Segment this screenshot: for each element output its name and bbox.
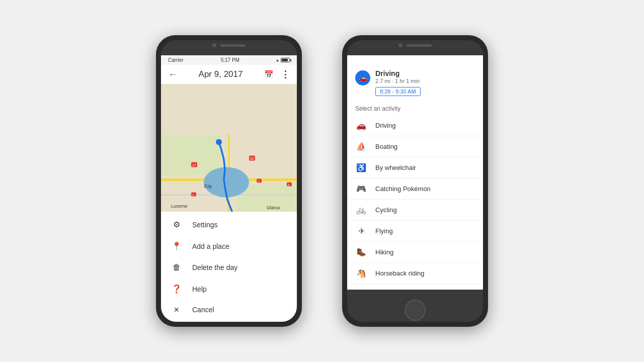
date-title: Apr 9, 2017 — [199, 69, 243, 79]
horseback-activity-label: Horseback riding — [375, 269, 425, 277]
svg-text:53: 53 — [250, 157, 254, 160]
speaker-1 — [220, 44, 246, 47]
add-place-item[interactable]: 📍 Add a place — [161, 235, 297, 257]
pokemon-activity-label: Catching Pokémon — [375, 185, 431, 193]
flying-activity-label: Flying — [375, 227, 393, 235]
screen-2: 🚗 Driving 2.7 mi · 1 hr 1 min 8:28 - 9:3… — [347, 55, 483, 290]
add-place-label: Add a place — [192, 242, 229, 250]
phone-top-bar-2 — [398, 43, 432, 47]
help-item[interactable]: ❓ Help — [161, 278, 297, 290]
settings-icon: ⚙ — [171, 220, 182, 229]
cycling-activity-icon: 🚲 — [355, 205, 367, 215]
battery-icon-1 — [281, 58, 290, 62]
pokemon-activity-icon: 🎮 — [355, 184, 367, 194]
wheelchair-activity-label: By wheelchair — [375, 164, 416, 171]
driving-icon-circle: 🚗 — [355, 70, 370, 85]
phone-1: Carrier 5:17 PM ▸ ← Apr 9, 2017 📅 — [156, 35, 302, 327]
boating-activity[interactable]: ⛵ Boating — [347, 136, 483, 157]
driving-activity[interactable]: 🚗 Driving — [347, 115, 483, 136]
header-icons-1: 📅 ⋮ — [264, 69, 290, 80]
hiking-activity-label: Hiking — [375, 248, 393, 256]
time-label: 5:17 PM — [221, 57, 239, 63]
time-badge[interactable]: 8:28 - 9:30 AM — [375, 87, 421, 96]
svg-text:Zug: Zug — [204, 184, 212, 189]
activity-list: 🚗 Driving ⛵ Boating ♿ By wheelchair 🎮 Ca… — [347, 115, 483, 290]
pokemon-activity[interactable]: 🎮 Catching Pokémon — [347, 178, 483, 200]
flying-activity-icon: ✈ — [355, 226, 367, 236]
status-bar-2 — [347, 55, 483, 62]
speaker-2 — [407, 44, 432, 47]
svg-point-12 — [216, 139, 222, 145]
hiking-activity[interactable]: 🥾 Hiking — [347, 242, 483, 263]
help-label: Help — [192, 285, 207, 290]
horseback-activity[interactable]: 🐴 Horseback riding — [347, 263, 483, 284]
camera-dot-2 — [398, 43, 403, 47]
driving-car-icon: 🚗 — [359, 74, 367, 82]
delete-icon: 🗑 — [171, 263, 182, 272]
wheelchair-activity[interactable]: ♿ By wheelchair — [347, 157, 483, 178]
boating-activity-icon: ⛵ — [355, 142, 367, 151]
settings-item[interactable]: ⚙ Settings — [161, 214, 297, 235]
horseback-activity-icon: 🐴 — [355, 268, 367, 278]
activity-distance: 2.7 mi · 1 hr 1 min — [375, 78, 421, 84]
phone-2: 🚗 Driving 2.7 mi · 1 hr 1 min 8:28 - 9:3… — [342, 35, 488, 327]
cycling-activity[interactable]: 🚲 Cycling — [347, 200, 483, 221]
svg-text:Lucerne: Lucerne — [171, 204, 188, 209]
add-place-icon: 📍 — [171, 241, 182, 251]
hiking-activity-icon: 🥾 — [355, 247, 367, 257]
activity-header-top: 🚗 Driving 2.7 mi · 1 hr 1 min 8:28 - 9:3… — [355, 69, 475, 96]
screen-1: Carrier 5:17 PM ▸ ← Apr 9, 2017 📅 — [161, 55, 297, 290]
wheelchair-activity-icon: ♿ — [355, 163, 367, 172]
home-button-2[interactable] — [405, 300, 426, 321]
activity-info: Driving 2.7 mi · 1 hr 1 min 8:28 - 9:30 … — [375, 69, 421, 96]
battery-fill-1 — [282, 59, 288, 61]
phone-top-bar-1 — [212, 43, 246, 47]
camera-dot-1 — [212, 43, 216, 47]
driving-activity-icon: 🚗 — [355, 121, 367, 130]
svg-text:Glarus: Glarus — [267, 205, 280, 210]
help-icon: ❓ — [171, 284, 182, 290]
dropdown-menu: ⚙ Settings 📍 Add a place 🗑 Delete the da… — [161, 212, 297, 290]
phone-inner-1: Carrier 5:17 PM ▸ ← Apr 9, 2017 📅 — [161, 40, 297, 322]
phones-container: Carrier 5:17 PM ▸ ← Apr 9, 2017 📅 — [0, 35, 644, 327]
cablecar-activity[interactable]: 🚡 In a cable car — [347, 284, 483, 290]
carrier-label: Carrier — [168, 57, 184, 63]
flying-activity[interactable]: ✈ Flying — [347, 221, 483, 242]
activity-header: 🚗 Driving 2.7 mi · 1 hr 1 min 8:28 - 9:3… — [347, 62, 483, 100]
cycling-activity-label: Cycling — [375, 206, 397, 214]
svg-rect-1 — [161, 135, 221, 175]
location-icon: ▸ — [277, 58, 279, 63]
delete-day-item[interactable]: 🗑 Delete the day — [161, 257, 297, 278]
svg-text:17: 17 — [192, 163, 196, 167]
app-header-1: ← Apr 9, 2017 📅 ⋮ — [161, 65, 297, 84]
phone-inner-2: 🚗 Driving 2.7 mi · 1 hr 1 min 8:28 - 9:3… — [347, 40, 483, 322]
boating-activity-label: Boating — [375, 143, 397, 150]
delete-day-label: Delete the day — [192, 263, 237, 272]
more-icon[interactable]: ⋮ — [281, 69, 290, 80]
status-right-1: ▸ — [277, 58, 290, 63]
activity-title: Driving — [375, 69, 421, 77]
select-activity-label: Select an activity — [347, 100, 483, 115]
driving-activity-label: Driving — [375, 122, 395, 129]
back-button[interactable]: ← — [168, 69, 177, 80]
calendar-icon[interactable]: 📅 — [264, 70, 274, 79]
status-bar-1: Carrier 5:17 PM ▸ — [161, 55, 297, 65]
settings-label: Settings — [192, 221, 218, 229]
